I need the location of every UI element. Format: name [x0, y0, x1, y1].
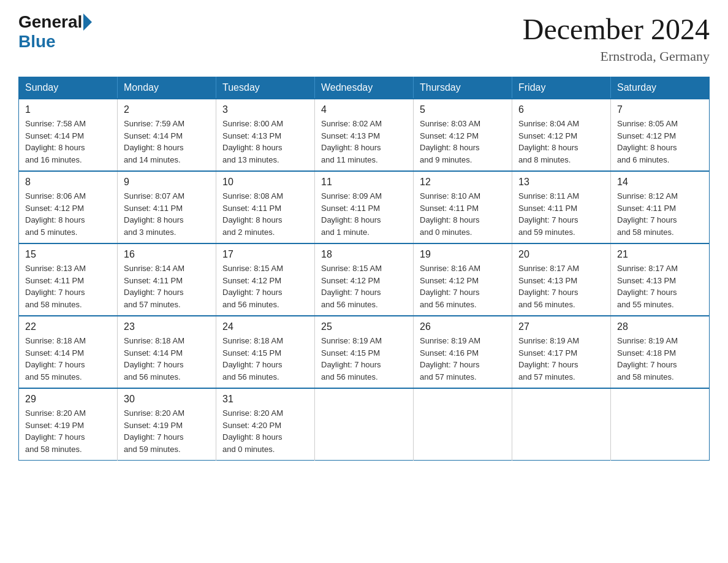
day-info: Sunrise: 8:00 AM Sunset: 4:13 PM Dayligh…: [222, 118, 308, 166]
calendar-cell: 6Sunrise: 8:04 AM Sunset: 4:12 PM Daylig…: [512, 99, 611, 171]
day-info: Sunrise: 8:19 AM Sunset: 4:17 PM Dayligh…: [518, 335, 604, 383]
calendar-cell: [414, 388, 512, 461]
calendar-cell: 23Sunrise: 8:18 AM Sunset: 4:14 PM Dayli…: [118, 316, 216, 388]
calendar-cell: 5Sunrise: 8:03 AM Sunset: 4:12 PM Daylig…: [414, 99, 512, 171]
day-info: Sunrise: 8:16 AM Sunset: 4:12 PM Dayligh…: [420, 262, 506, 310]
calendar-cell: [512, 388, 611, 461]
calendar-header-row: SundayMondayTuesdayWednesdayThursdayFrid…: [19, 77, 710, 99]
calendar-header-monday: Monday: [118, 77, 216, 99]
day-info: Sunrise: 8:18 AM Sunset: 4:14 PM Dayligh…: [25, 335, 111, 383]
calendar-cell: 12Sunrise: 8:10 AM Sunset: 4:11 PM Dayli…: [414, 171, 512, 243]
calendar-cell: 29Sunrise: 8:20 AM Sunset: 4:19 PM Dayli…: [19, 388, 118, 461]
calendar-header-thursday: Thursday: [414, 77, 512, 99]
calendar-cell: 27Sunrise: 8:19 AM Sunset: 4:17 PM Dayli…: [512, 316, 611, 388]
calendar-cell: 4Sunrise: 8:02 AM Sunset: 4:13 PM Daylig…: [315, 99, 414, 171]
calendar-cell: 14Sunrise: 8:12 AM Sunset: 4:11 PM Dayli…: [611, 171, 710, 243]
calendar-cell: 9Sunrise: 8:07 AM Sunset: 4:11 PM Daylig…: [118, 171, 216, 243]
day-info: Sunrise: 8:15 AM Sunset: 4:12 PM Dayligh…: [222, 262, 308, 310]
day-info: Sunrise: 7:58 AM Sunset: 4:14 PM Dayligh…: [25, 118, 111, 166]
calendar-cell: 31Sunrise: 8:20 AM Sunset: 4:20 PM Dayli…: [216, 388, 315, 461]
calendar-cell: 21Sunrise: 8:17 AM Sunset: 4:13 PM Dayli…: [611, 243, 710, 316]
day-number: 25: [321, 321, 407, 332]
day-info: Sunrise: 8:02 AM Sunset: 4:13 PM Dayligh…: [321, 118, 407, 166]
day-info: Sunrise: 8:10 AM Sunset: 4:11 PM Dayligh…: [420, 190, 506, 238]
calendar-header-sunday: Sunday: [19, 77, 118, 99]
calendar-cell: 20Sunrise: 8:17 AM Sunset: 4:13 PM Dayli…: [512, 243, 611, 316]
day-number: 15: [25, 249, 111, 260]
day-number: 9: [124, 177, 210, 188]
day-number: 27: [518, 321, 604, 332]
day-number: 21: [617, 249, 703, 260]
calendar-table: SundayMondayTuesdayWednesdayThursdayFrid…: [18, 77, 710, 461]
day-number: 4: [321, 104, 407, 115]
calendar-cell: 17Sunrise: 8:15 AM Sunset: 4:12 PM Dayli…: [216, 243, 315, 316]
calendar-week-row: 1Sunrise: 7:58 AM Sunset: 4:14 PM Daylig…: [19, 99, 710, 171]
calendar-header-friday: Friday: [512, 77, 611, 99]
logo-general-text: General: [18, 12, 82, 32]
calendar-cell: 10Sunrise: 8:08 AM Sunset: 4:11 PM Dayli…: [216, 171, 315, 243]
day-info: Sunrise: 8:11 AM Sunset: 4:11 PM Dayligh…: [518, 190, 604, 238]
calendar-week-row: 29Sunrise: 8:20 AM Sunset: 4:19 PM Dayli…: [19, 388, 710, 461]
calendar-cell: 18Sunrise: 8:15 AM Sunset: 4:12 PM Dayli…: [315, 243, 414, 316]
day-info: Sunrise: 8:20 AM Sunset: 4:19 PM Dayligh…: [25, 407, 111, 455]
day-info: Sunrise: 8:17 AM Sunset: 4:13 PM Dayligh…: [518, 262, 604, 310]
calendar-cell: 8Sunrise: 8:06 AM Sunset: 4:12 PM Daylig…: [19, 171, 118, 243]
day-number: 18: [321, 249, 407, 260]
day-info: Sunrise: 8:12 AM Sunset: 4:11 PM Dayligh…: [617, 190, 703, 238]
day-info: Sunrise: 8:14 AM Sunset: 4:11 PM Dayligh…: [124, 262, 210, 310]
day-number: 20: [518, 249, 604, 260]
day-info: Sunrise: 8:18 AM Sunset: 4:14 PM Dayligh…: [124, 335, 210, 383]
day-number: 1: [25, 104, 111, 115]
day-number: 7: [617, 104, 703, 115]
day-info: Sunrise: 8:18 AM Sunset: 4:15 PM Dayligh…: [222, 335, 308, 383]
calendar-cell: 22Sunrise: 8:18 AM Sunset: 4:14 PM Dayli…: [19, 316, 118, 388]
calendar-cell: [315, 388, 414, 461]
page-title: December 2024: [523, 12, 710, 46]
title-section: December 2024 Ernstroda, Germany: [523, 12, 710, 64]
day-number: 28: [617, 321, 703, 332]
logo-arrow-icon: [83, 13, 92, 31]
day-number: 13: [518, 177, 604, 188]
day-info: Sunrise: 8:05 AM Sunset: 4:12 PM Dayligh…: [617, 118, 703, 166]
day-info: Sunrise: 8:20 AM Sunset: 4:20 PM Dayligh…: [222, 407, 308, 455]
calendar-cell: 11Sunrise: 8:09 AM Sunset: 4:11 PM Dayli…: [315, 171, 414, 243]
calendar-cell: 25Sunrise: 8:19 AM Sunset: 4:15 PM Dayli…: [315, 316, 414, 388]
calendar-header-wednesday: Wednesday: [315, 77, 414, 99]
day-number: 12: [420, 177, 506, 188]
day-info: Sunrise: 8:09 AM Sunset: 4:11 PM Dayligh…: [321, 190, 407, 238]
calendar-cell: 15Sunrise: 8:13 AM Sunset: 4:11 PM Dayli…: [19, 243, 118, 316]
day-number: 19: [420, 249, 506, 260]
day-info: Sunrise: 8:08 AM Sunset: 4:11 PM Dayligh…: [222, 190, 308, 238]
day-number: 23: [124, 321, 210, 332]
calendar-week-row: 22Sunrise: 8:18 AM Sunset: 4:14 PM Dayli…: [19, 316, 710, 388]
day-number: 24: [222, 321, 308, 332]
calendar-cell: 3Sunrise: 8:00 AM Sunset: 4:13 PM Daylig…: [216, 99, 315, 171]
day-info: Sunrise: 8:19 AM Sunset: 4:16 PM Dayligh…: [420, 335, 506, 383]
calendar-header-saturday: Saturday: [611, 77, 710, 99]
calendar-cell: 26Sunrise: 8:19 AM Sunset: 4:16 PM Dayli…: [414, 316, 512, 388]
day-info: Sunrise: 8:17 AM Sunset: 4:13 PM Dayligh…: [617, 262, 703, 310]
logo: General Blue: [18, 12, 93, 52]
calendar-cell: 2Sunrise: 7:59 AM Sunset: 4:14 PM Daylig…: [118, 99, 216, 171]
day-number: 14: [617, 177, 703, 188]
day-number: 17: [222, 249, 308, 260]
day-info: Sunrise: 8:03 AM Sunset: 4:12 PM Dayligh…: [420, 118, 506, 166]
calendar-cell: 16Sunrise: 8:14 AM Sunset: 4:11 PM Dayli…: [118, 243, 216, 316]
day-number: 31: [222, 394, 308, 405]
day-info: Sunrise: 8:06 AM Sunset: 4:12 PM Dayligh…: [25, 190, 111, 238]
calendar-cell: 19Sunrise: 8:16 AM Sunset: 4:12 PM Dayli…: [414, 243, 512, 316]
page-subtitle: Ernstroda, Germany: [523, 48, 710, 64]
day-info: Sunrise: 8:19 AM Sunset: 4:18 PM Dayligh…: [617, 335, 703, 383]
calendar-cell: [611, 388, 710, 461]
calendar-header-tuesday: Tuesday: [216, 77, 315, 99]
day-number: 26: [420, 321, 506, 332]
page-header: General Blue December 2024 Ernstroda, Ge…: [18, 12, 710, 64]
day-number: 8: [25, 177, 111, 188]
day-info: Sunrise: 8:07 AM Sunset: 4:11 PM Dayligh…: [124, 190, 210, 238]
calendar-cell: 7Sunrise: 8:05 AM Sunset: 4:12 PM Daylig…: [611, 99, 710, 171]
day-info: Sunrise: 8:19 AM Sunset: 4:15 PM Dayligh…: [321, 335, 407, 383]
day-number: 29: [25, 394, 111, 405]
calendar-week-row: 8Sunrise: 8:06 AM Sunset: 4:12 PM Daylig…: [19, 171, 710, 243]
calendar-cell: 28Sunrise: 8:19 AM Sunset: 4:18 PM Dayli…: [611, 316, 710, 388]
day-number: 2: [124, 104, 210, 115]
